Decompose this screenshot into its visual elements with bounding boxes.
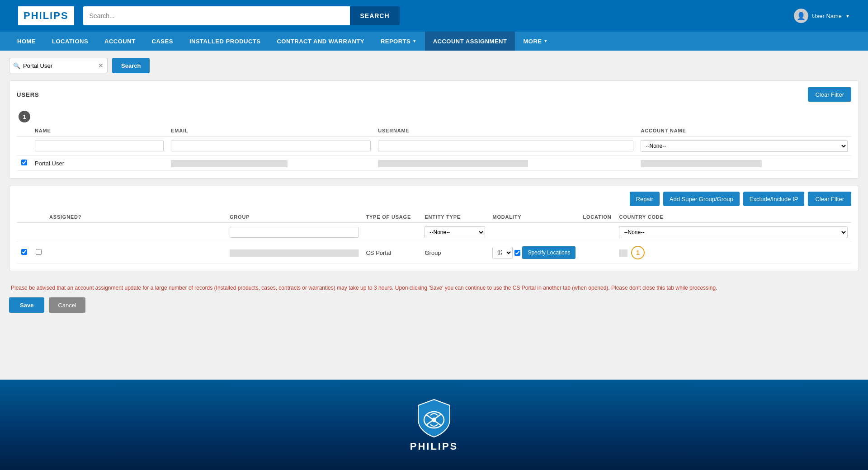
- users-table: NAME EMAIL USERNAME ACCOUNT NAME --None-…: [17, 125, 851, 171]
- action-bar: Repair Add Super Group/Group Exclude/Inc…: [9, 186, 859, 212]
- exclude-include-button[interactable]: Exclude/Include IP: [743, 192, 805, 206]
- assign-row-location: [579, 242, 615, 263]
- assign-row-assigned: [46, 242, 226, 263]
- nav-more[interactable]: MORE ▼: [515, 32, 556, 51]
- users-panel-body: 1 NAME EMAIL USERNAME ACCOUNT NAME: [9, 106, 859, 178]
- users-col-name: NAME: [31, 125, 167, 136]
- search-icon: 🔍: [13, 62, 20, 69]
- reports-arrow-icon: ▼: [412, 39, 416, 43]
- chevron-down-icon: ▼: [845, 14, 850, 19]
- assignment-table-row: ███████████████████████████████ CS Porta…: [17, 242, 851, 263]
- assign-col-group: GROUP: [226, 212, 363, 223]
- users-col-email: EMAIL: [167, 125, 374, 136]
- users-col-username: USERNAME: [374, 125, 637, 136]
- form-actions: Save Cancel: [9, 296, 859, 322]
- assign-row-modality: 12 selected Specify Locations: [489, 242, 579, 263]
- users-panel: USERS Clear Filter 1 NAME EMAIL USERNAME…: [9, 80, 859, 179]
- logo-text: PHILIPS: [24, 10, 69, 22]
- users-row-username: ████████████████████████████████████: [374, 156, 637, 171]
- assign-row-group: ███████████████████████████████: [226, 242, 363, 263]
- users-row-checkbox-cell: [17, 156, 31, 171]
- search-button[interactable]: Search: [112, 58, 150, 73]
- users-username-filter-input[interactable]: [378, 141, 633, 151]
- users-filter-checkbox-cell: [17, 136, 31, 156]
- nav-reports[interactable]: REPORTS ▼: [373, 32, 425, 51]
- assign-country-code-filter-select[interactable]: --None--: [619, 226, 848, 238]
- users-row-checkbox[interactable]: [21, 160, 27, 165]
- global-search-wrap: SEARCH: [83, 6, 400, 25]
- avatar: 👤: [794, 9, 808, 23]
- global-search-input[interactable]: [83, 6, 350, 25]
- nav-locations[interactable]: LOCATIONS: [44, 32, 96, 51]
- assign-col-type-of-usage: TYPE OF USAGE: [362, 212, 421, 223]
- repair-button[interactable]: Repair: [630, 192, 660, 206]
- nav-account[interactable]: ACCOUNT: [96, 32, 144, 51]
- assignment-panel: Repair Add Super Group/Group Exclude/Inc…: [9, 186, 859, 271]
- users-filter-email: [167, 136, 374, 156]
- users-clear-filter-button[interactable]: Clear Filter: [808, 87, 851, 102]
- assign-row-checkbox1[interactable]: [21, 249, 27, 255]
- users-account-filter-select[interactable]: --None--: [641, 140, 848, 152]
- users-row-name: Portal User: [31, 156, 167, 171]
- user-name: User Name: [812, 13, 842, 19]
- assign-row-checkbox2-cell: [31, 242, 46, 263]
- nav-bar: HOME LOCATIONS ACCOUNT CASES INSTALLED P…: [0, 32, 868, 51]
- nav-contract-warranty[interactable]: CONTRACT AND WARRANTY: [269, 32, 372, 51]
- assign-col-country-code: COUNTRY CODE: [615, 212, 851, 223]
- users-col-account-name: ACCOUNT NAME: [637, 125, 851, 136]
- nav-installed-products[interactable]: INSTALLED PRODUCTS: [181, 32, 269, 51]
- nav-home[interactable]: HOME: [9, 32, 44, 51]
- table-row: Portal User ████████████████████████████…: [17, 156, 851, 171]
- specify-locations-button[interactable]: Specify Locations: [522, 246, 576, 259]
- footer-logo-text: PHILIPS: [410, 441, 458, 452]
- assign-col-location: LOCATION: [579, 212, 615, 223]
- users-panel-header: USERS Clear Filter: [9, 81, 859, 106]
- nav-account-assignment[interactable]: ACCOUNT ASSIGNMENT: [425, 32, 515, 51]
- assignment-table: Assigned? GROUP TYPE OF USAGE ENTITY TYP…: [17, 212, 851, 263]
- users-page-number: 1: [19, 111, 30, 122]
- assignment-clear-filter-button[interactable]: Clear Filter: [808, 192, 851, 206]
- footer: PHILIPS: [0, 380, 868, 470]
- search-row: 🔍 ✕ Search: [9, 58, 859, 73]
- users-filter-account: --None--: [637, 136, 851, 156]
- notice-text: Please be advised that an account assign…: [9, 278, 859, 296]
- global-search-button[interactable]: SEARCH: [350, 6, 399, 25]
- tooltip-circle: 1: [631, 246, 645, 259]
- assign-entity-type-filter-select[interactable]: --None--: [425, 226, 485, 238]
- save-button[interactable]: Save: [9, 297, 44, 313]
- logo: PHILIPS: [18, 6, 74, 25]
- users-col-checkbox: [17, 125, 31, 136]
- assign-row-entity-type: Group: [421, 242, 489, 263]
- assign-row-checkbox1-cell: [17, 242, 31, 263]
- assign-col-assigned: Assigned?: [46, 212, 226, 223]
- users-name-filter-input[interactable]: [35, 141, 164, 151]
- users-filter-username: [374, 136, 637, 156]
- assign-row-modality-select[interactable]: 12 selected: [492, 247, 513, 258]
- users-filter-name: [31, 136, 167, 156]
- assign-col-checkbox: [17, 212, 31, 223]
- assign-group-filter-input[interactable]: [230, 227, 359, 238]
- main-content: 🔍 ✕ Search USERS Clear Filter 1 NAME EMA…: [0, 51, 868, 380]
- clear-icon[interactable]: ✕: [98, 62, 104, 69]
- users-email-filter-input[interactable]: [171, 141, 371, 151]
- search-input-wrap: 🔍 ✕: [9, 58, 108, 73]
- assign-col-modality: MODALITY: [489, 212, 579, 223]
- assign-col-entity-type: ENTITY TYPE: [421, 212, 489, 223]
- search-input[interactable]: [23, 62, 95, 69]
- top-header: PHILIPS SEARCH 👤 User Name ▼: [0, 0, 868, 32]
- svg-point-3: [432, 418, 436, 422]
- assign-row-checkbox2[interactable]: [36, 249, 42, 255]
- assign-row-modality-checkbox[interactable]: [514, 250, 520, 256]
- users-row-email: ████████████████████████████: [167, 156, 374, 171]
- more-arrow-icon: ▼: [543, 39, 547, 43]
- footer-logo: PHILIPS: [410, 397, 458, 452]
- user-area[interactable]: 👤 User Name ▼: [794, 9, 850, 23]
- assign-col-checkbox2: [31, 212, 46, 223]
- users-row-account: █████████████████████████████: [637, 156, 851, 171]
- add-super-group-button[interactable]: Add Super Group/Group: [663, 192, 740, 206]
- cancel-button[interactable]: Cancel: [49, 297, 85, 313]
- nav-cases[interactable]: CASES: [144, 32, 181, 51]
- assignment-panel-body: Assigned? GROUP TYPE OF USAGE ENTITY TYP…: [9, 212, 859, 271]
- assign-row-country-code: ██ 1: [615, 242, 851, 263]
- users-panel-title: USERS: [17, 91, 39, 98]
